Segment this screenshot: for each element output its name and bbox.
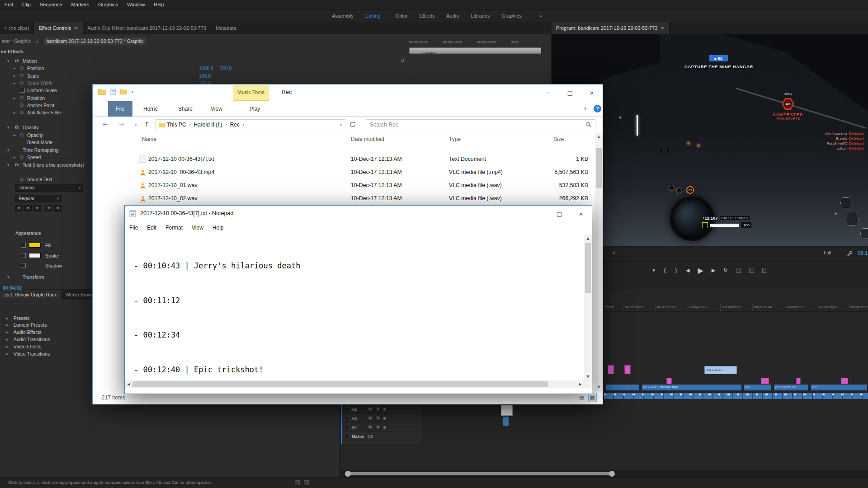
horizontal-scrollbar[interactable] bbox=[125, 380, 584, 388]
master-level-value[interactable]: 0.0 bbox=[368, 434, 373, 439]
menu-help[interactable]: Help bbox=[208, 222, 228, 231]
export-frame-button[interactable] bbox=[762, 268, 767, 273]
stopwatch-icon[interactable] bbox=[20, 109, 24, 116]
audio-clip-strip[interactable] bbox=[604, 393, 868, 399]
breadcrumb-rec[interactable]: Rec bbox=[228, 122, 241, 128]
stopwatch-icon[interactable] bbox=[20, 102, 24, 109]
scroll-left-arrow[interactable] bbox=[125, 380, 132, 388]
timeline-lanes[interactable] bbox=[421, 404, 868, 444]
panel-icon[interactable] bbox=[304, 480, 309, 485]
fill-color-swatch[interactable] bbox=[29, 243, 41, 248]
tab-mixer-noclips[interactable]: r: (no clips) bbox=[0, 22, 34, 34]
zoom-handle-right[interactable] bbox=[609, 471, 615, 477]
twirl-icon[interactable] bbox=[14, 65, 16, 72]
stopwatch-icon[interactable] bbox=[20, 72, 24, 80]
fx-badge-icon[interactable] bbox=[14, 161, 19, 169]
properties-icon[interactable] bbox=[110, 89, 116, 95]
help-button[interactable]: ? bbox=[594, 105, 601, 113]
notepad-titlebar[interactable]: 2017-12-10 00-36-43[7].txt - Notepad bbox=[125, 206, 592, 222]
effect-row-motion[interactable]: Motion bbox=[0, 57, 407, 65]
loop-button[interactable] bbox=[723, 267, 727, 273]
menu-graphics[interactable]: Graphics bbox=[94, 0, 123, 9]
stopwatch-icon[interactable] bbox=[20, 65, 24, 72]
timeline-scrollbar[interactable] bbox=[341, 470, 868, 477]
file-row[interactable]: 2017-12-10_01.wav 10-Dec-17 12:13 AM VLC… bbox=[93, 179, 594, 192]
workspace-overflow[interactable]: » bbox=[539, 13, 542, 19]
ribbon-view-tab[interactable]: View bbox=[211, 101, 222, 117]
lock-icon[interactable] bbox=[346, 426, 349, 429]
fx-badge-icon[interactable] bbox=[14, 57, 19, 65]
workspace-libraries[interactable]: Libraries bbox=[465, 9, 495, 22]
checkbox[interactable] bbox=[20, 88, 25, 93]
breadcrumb-this-pc[interactable]: This PC bbox=[165, 122, 188, 128]
column-type[interactable]: Type bbox=[449, 136, 461, 142]
ribbon-share-tab[interactable]: Share bbox=[178, 101, 193, 117]
breadcrumb-separator[interactable] bbox=[241, 122, 245, 128]
menu-file[interactable]: File bbox=[125, 222, 142, 231]
explorer-titlebar[interactable]: Music Tools Rec bbox=[93, 84, 603, 101]
mark-in-button[interactable] bbox=[663, 267, 666, 273]
lock-icon[interactable] bbox=[346, 435, 349, 438]
font-family-dropdown[interactable]: Tahoma bbox=[15, 184, 83, 192]
scrollbar-thumb[interactable] bbox=[596, 148, 602, 188]
ribbon-play-tab[interactable]: Play bbox=[250, 101, 260, 117]
file-row[interactable]: 2017-12-10_02.wav 10-Dec-17 12:13 AM VLC… bbox=[93, 192, 594, 205]
checkbox[interactable] bbox=[21, 243, 26, 248]
scroll-down-arrow[interactable] bbox=[584, 373, 592, 380]
timeline-clip[interactable] bbox=[666, 378, 672, 384]
tab-project[interactable]: ject: Rdnaw Crypto Hack bbox=[0, 290, 62, 300]
menu-edit[interactable]: Edit bbox=[0, 0, 18, 9]
mute-button[interactable]: M bbox=[368, 425, 373, 430]
scroll-up-arrow[interactable] bbox=[595, 133, 603, 141]
record-arm-icon[interactable] bbox=[383, 425, 386, 429]
tab-metadata[interactable]: Metadata bbox=[211, 22, 241, 34]
effect-row-scale[interactable]: Scale 100.0 bbox=[0, 72, 407, 80]
settings-wrench-icon[interactable] bbox=[846, 251, 853, 257]
record-arm-icon[interactable] bbox=[383, 407, 386, 411]
column-size[interactable]: Size bbox=[553, 136, 564, 142]
effect-row-position[interactable]: Position 1280.0 720.0 bbox=[0, 65, 407, 72]
mark-out-button[interactable] bbox=[675, 267, 678, 273]
checkbox[interactable] bbox=[21, 263, 26, 268]
vertical-scrollbar[interactable] bbox=[584, 235, 592, 380]
address-bar[interactable]: This PC Harold II (I:) Rec bbox=[156, 119, 345, 130]
column-divider[interactable] bbox=[319, 135, 319, 145]
timeline-clip[interactable] bbox=[503, 417, 509, 426]
tab-program[interactable]: Program: bandicam 2017-12-19 22-02-53-77… bbox=[552, 22, 670, 34]
minimize-button[interactable] bbox=[527, 206, 548, 222]
value-y[interactable]: 720.0 bbox=[220, 65, 231, 72]
ribbon-file-tab[interactable]: File bbox=[108, 101, 132, 117]
solo-button[interactable]: S bbox=[375, 425, 381, 430]
new-folder-icon[interactable] bbox=[120, 89, 127, 94]
timeline-clip[interactable] bbox=[501, 405, 513, 416]
twirl-icon[interactable] bbox=[14, 80, 16, 87]
audio-clip[interactable]: 202 bbox=[811, 385, 868, 390]
mini-timeline-clip[interactable]: Graphic bbox=[409, 47, 541, 54]
refresh-icon[interactable] bbox=[349, 121, 356, 128]
twirl-icon[interactable] bbox=[7, 146, 9, 154]
search-icon[interactable] bbox=[585, 122, 592, 128]
timeline-clip[interactable] bbox=[608, 365, 614, 374]
column-divider[interactable] bbox=[348, 135, 348, 145]
breadcrumb-separator[interactable] bbox=[224, 122, 228, 128]
checkbox[interactable] bbox=[21, 253, 26, 258]
workspace-audio[interactable]: Audio bbox=[440, 9, 465, 22]
text-style-button[interactable] bbox=[54, 205, 61, 211]
workspace-editing[interactable]: Editing bbox=[359, 9, 387, 22]
forward-button[interactable] bbox=[119, 121, 124, 128]
customize-toolbar-chevron[interactable] bbox=[131, 90, 134, 94]
breadcrumb-separator[interactable] bbox=[188, 122, 192, 128]
ribbon-home-tab[interactable]: Home bbox=[143, 101, 158, 117]
column-divider[interactable] bbox=[446, 135, 446, 145]
menu-clip[interactable]: Clip bbox=[18, 0, 35, 9]
maximize-button[interactable] bbox=[548, 206, 570, 222]
lock-icon[interactable] bbox=[346, 417, 349, 420]
twirl-icon[interactable] bbox=[14, 72, 16, 80]
menu-help[interactable]: Help bbox=[149, 0, 169, 9]
solo-button[interactable]: S bbox=[375, 407, 381, 412]
stopwatch-icon[interactable] bbox=[20, 94, 24, 102]
twirl-icon[interactable] bbox=[14, 94, 16, 102]
value-x[interactable]: 1280.0 bbox=[199, 65, 213, 72]
menu-format[interactable]: Format bbox=[161, 222, 187, 231]
add-marker-button[interactable] bbox=[653, 267, 656, 273]
